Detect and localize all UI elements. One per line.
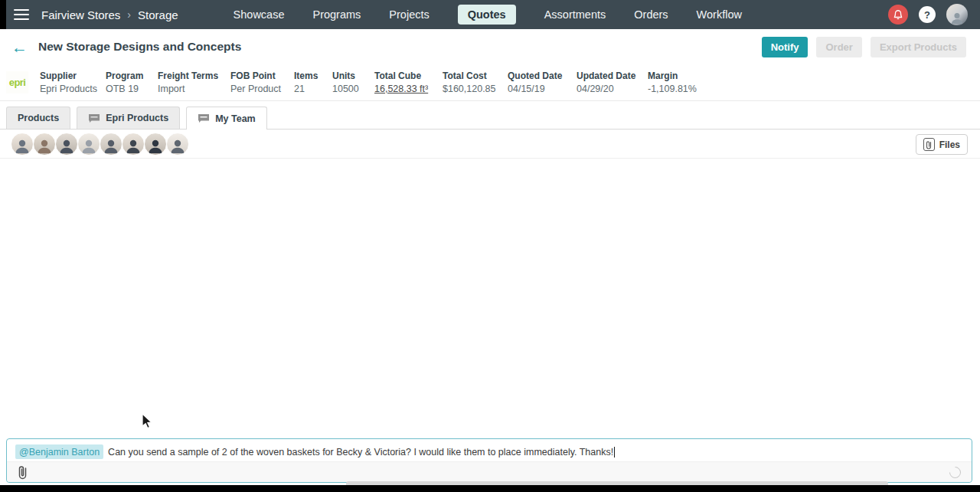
screen-edge-letterbox <box>0 0 6 29</box>
files-button[interactable]: Files <box>916 134 968 155</box>
loading-spinner-icon <box>947 464 963 480</box>
nav-item-assortments[interactable]: Assortments <box>544 8 606 21</box>
order-button[interactable]: Order <box>816 37 861 57</box>
files-button-label: Files <box>939 139 960 150</box>
field-items: Items 21 <box>294 71 332 94</box>
text-cursor <box>614 447 615 458</box>
nav-item-projects[interactable]: Projects <box>389 8 429 21</box>
team-member-avatar[interactable] <box>166 133 189 156</box>
total-cube-link[interactable]: 16,528.33 ft³ <box>374 84 439 94</box>
field-program: Program OTB 19 <box>106 71 158 94</box>
notify-button[interactable]: Notify <box>762 37 808 57</box>
field-fob-point: FOB Point Per Product <box>230 71 294 94</box>
screen-edge-letterbox <box>0 485 980 492</box>
page-header: ← New Storage Designs and Concepts Notif… <box>0 29 980 64</box>
field-units: Units 10500 <box>332 71 374 94</box>
breadcrumb-root[interactable]: Fairview Stores <box>41 8 120 21</box>
tab-epri-products[interactable]: Epri Products <box>77 107 180 129</box>
team-member-avatar[interactable] <box>55 133 78 156</box>
team-member-avatar[interactable] <box>33 133 56 156</box>
team-member-avatar[interactable] <box>144 133 167 156</box>
mention-chip[interactable]: @Benjamin Barton <box>15 444 103 459</box>
page-title: New Storage Designs and Concepts <box>38 40 241 54</box>
comment-composer[interactable]: @Benjamin Barton Can you send a sample o… <box>6 438 972 483</box>
field-total-cube: Total Cube 16,528.33 ft³ <box>374 71 443 94</box>
field-margin: Margin -1,109.81% <box>648 71 700 94</box>
breadcrumb: Fairview Stores › Storage <box>41 8 178 21</box>
nav-item-quotes[interactable]: Quotes <box>458 5 516 25</box>
breadcrumb-current[interactable]: Storage <box>138 8 178 21</box>
tab-products[interactable]: Products <box>6 107 70 129</box>
summary-fields: Supplier Epri Products Program OTB 19 Fr… <box>40 71 700 94</box>
comment-text: Can you send a sample of 2 of the woven … <box>108 447 613 458</box>
paperclip-icon <box>923 138 935 151</box>
team-member-avatar[interactable] <box>77 133 100 156</box>
team-avatars <box>11 133 188 156</box>
tab-bar: Products Epri Products My Team <box>0 107 980 130</box>
team-member-avatar[interactable] <box>122 133 145 156</box>
quote-summary-bar: epri Supplier Epri Products Program OTB … <box>0 64 980 101</box>
field-total-cost: Total Cost $160,120.85 <box>443 71 508 94</box>
mouse-cursor <box>140 412 154 431</box>
breadcrumb-chevron-icon: › <box>127 8 131 21</box>
field-quoted-date: Quoted Date 04/15/19 <box>508 71 577 94</box>
supplier-logo: epri <box>6 71 28 93</box>
tab-my-team[interactable]: My Team <box>186 107 267 130</box>
back-arrow-icon[interactable]: ← <box>11 39 28 55</box>
attach-paperclip-icon[interactable] <box>18 465 28 480</box>
nav-item-showcase[interactable]: Showcase <box>234 8 285 21</box>
export-products-button[interactable]: Export Products <box>871 37 966 57</box>
field-supplier: Supplier Epri Products <box>40 71 106 94</box>
composer-toolbar <box>7 461 972 482</box>
nav-item-orders[interactable]: Orders <box>634 8 668 21</box>
user-avatar[interactable] <box>946 4 968 25</box>
field-updated-date: Updated Date 04/29/20 <box>577 71 648 94</box>
team-member-avatar[interactable] <box>11 133 34 156</box>
hamburger-menu-icon[interactable] <box>14 6 29 23</box>
help-icon[interactable]: ? <box>919 6 936 23</box>
nav-right-icons: ? <box>888 4 968 25</box>
top-navigation-bar: Fairview Stores › Storage Showcase Progr… <box>0 0 980 29</box>
header-actions: Notify Order Export Products <box>762 37 966 57</box>
chat-bubble-icon <box>198 113 210 123</box>
main-nav: Showcase Programs Projects Quotes Assort… <box>234 5 742 25</box>
chat-bubble-icon <box>88 113 100 123</box>
my-team-panel: Files <box>0 130 980 159</box>
nav-item-workflow[interactable]: Workflow <box>697 8 742 21</box>
team-member-avatar[interactable] <box>100 133 122 156</box>
field-freight-terms: Freight Terms Import <box>158 71 230 94</box>
notification-bell-icon[interactable] <box>888 5 908 25</box>
nav-item-programs[interactable]: Programs <box>312 8 361 21</box>
